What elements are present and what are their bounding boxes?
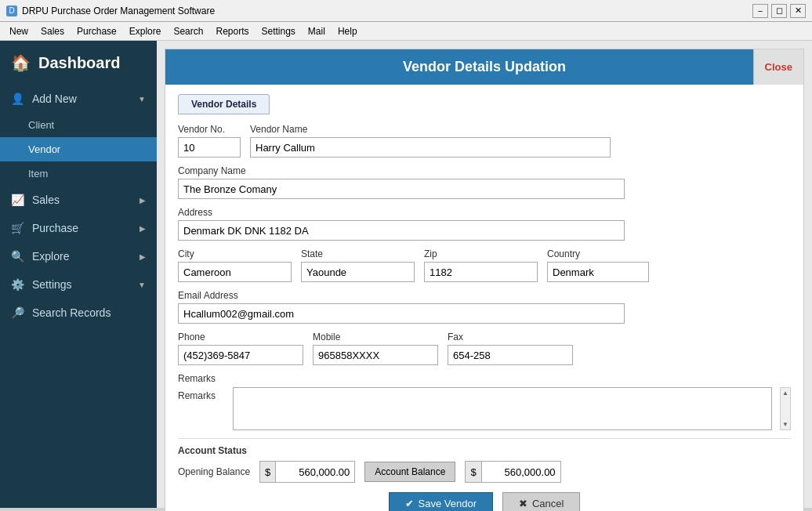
- city-label: City: [178, 248, 292, 259]
- state-group: State: [301, 248, 415, 282]
- city-input[interactable]: [178, 262, 292, 282]
- fax-input[interactable]: [448, 345, 573, 365]
- dashboard-label: Dashboard: [38, 54, 120, 72]
- company-name-group: Company Name: [178, 165, 625, 199]
- remarks-textarea[interactable]: [233, 387, 772, 430]
- vendor-details-tab[interactable]: Vendor Details: [178, 94, 270, 114]
- phone-input[interactable]: [178, 345, 303, 365]
- vendor-name-label: Vendor Name: [250, 124, 611, 135]
- maximize-button[interactable]: ◻: [771, 4, 787, 18]
- menu-explore[interactable]: Explore: [123, 24, 168, 38]
- save-vendor-button[interactable]: ✔ Save Vendor: [389, 492, 493, 511]
- zip-group: Zip: [424, 248, 538, 282]
- mobile-group: Mobile: [313, 332, 438, 365]
- add-new-icon: 👤: [11, 92, 24, 105]
- vendor-name-group: Vendor Name: [250, 124, 611, 158]
- save-icon: ✔: [405, 498, 414, 509]
- account-balance-value[interactable]: [482, 464, 560, 480]
- title-bar-controls: − ◻ ✕: [752, 4, 806, 18]
- sidebar-dashboard[interactable]: 🏠 Dashboard: [0, 41, 157, 85]
- email-label: Email Address: [178, 290, 625, 301]
- fax-label: Fax: [448, 332, 573, 342]
- close-window-button[interactable]: ✕: [790, 4, 806, 18]
- sidebar-item-vendor[interactable]: Vendor: [0, 137, 157, 161]
- remarks-scrollbar: ▲ ▼: [780, 387, 791, 430]
- settings-arrow: ▼: [138, 281, 146, 289]
- menu-search[interactable]: Search: [167, 24, 209, 38]
- app-body: 🏠 Dashboard 👤 Add New ▼ Client Vendor It…: [0, 41, 812, 508]
- menu-purchase[interactable]: Purchase: [71, 24, 123, 38]
- vendor-no-group: Vendor No.: [178, 124, 241, 158]
- vendor-panel: Vendor Details Updation Close Vendor Det…: [165, 49, 804, 511]
- sidebar-item-item[interactable]: Item: [0, 161, 157, 186]
- purchase-label: Purchase: [32, 222, 78, 234]
- phone-label: Phone: [178, 332, 303, 342]
- tab-bar: Vendor Details: [178, 94, 791, 114]
- opening-balance-currency-symbol: $: [260, 462, 276, 482]
- address-label: Address: [178, 207, 625, 218]
- remarks-field-label: Remarks: [178, 387, 225, 401]
- sidebar-sub-add-new: Client Vendor Item: [0, 113, 157, 186]
- sidebar-item-explore[interactable]: 🔍 Explore ▶: [0, 242, 157, 270]
- country-input[interactable]: [547, 262, 649, 282]
- minimize-button[interactable]: −: [752, 4, 768, 18]
- city-group: City: [178, 248, 292, 282]
- zip-input[interactable]: [424, 262, 538, 282]
- search-records-label: Search Records: [32, 306, 111, 319]
- remarks-section-label: Remarks: [178, 373, 791, 384]
- dashboard-icon: 🏠: [11, 53, 31, 72]
- country-group: Country: [547, 248, 649, 282]
- sidebar-item-search-records[interactable]: 🔎 Search Records: [0, 299, 157, 327]
- vendor-body: Vendor Details Vendor No. Vendor Name: [165, 85, 803, 511]
- menu-settings[interactable]: Settings: [256, 24, 302, 38]
- scroll-up-icon[interactable]: ▲: [782, 390, 788, 397]
- remarks-area: Remarks ▲ ▼: [178, 387, 791, 430]
- vendor-panel-header: Vendor Details Updation Close: [165, 49, 803, 85]
- state-input[interactable]: [301, 262, 415, 282]
- vendor-no-input[interactable]: [178, 137, 241, 158]
- mobile-input[interactable]: [313, 345, 438, 365]
- menu-help[interactable]: Help: [332, 24, 364, 38]
- sidebar-item-client[interactable]: Client: [0, 113, 157, 137]
- fax-group: Fax: [448, 332, 573, 365]
- account-status-label: Account Status: [178, 438, 791, 456]
- vendor-name-input[interactable]: [250, 137, 611, 158]
- close-panel-button[interactable]: Close: [753, 49, 803, 85]
- form-row-vendor-id: Vendor No. Vendor Name: [178, 124, 791, 158]
- sales-label: Sales: [32, 194, 60, 206]
- cancel-button[interactable]: ✖ Cancel: [502, 492, 580, 511]
- opening-balance-value[interactable]: [276, 464, 354, 480]
- state-label: State: [301, 248, 415, 259]
- vendor-panel-title: Vendor Details Updation: [403, 59, 566, 75]
- account-balance-button[interactable]: Account Balance: [364, 462, 455, 482]
- scroll-down-icon[interactable]: ▼: [782, 421, 788, 428]
- country-label: Country: [547, 248, 649, 259]
- sidebar-item-purchase[interactable]: 🛒 Purchase ▶: [0, 214, 157, 242]
- settings-icon: ⚙️: [11, 278, 24, 291]
- purchase-icon: 🛒: [11, 222, 24, 234]
- sidebar-item-add-new[interactable]: 👤 Add New ▼: [0, 85, 157, 113]
- form-row-city-state: City State Zip Country: [178, 248, 791, 282]
- app-icon: D: [6, 5, 17, 16]
- mobile-label: Mobile: [313, 332, 438, 342]
- address-input[interactable]: [178, 220, 625, 241]
- account-balance-currency-symbol: $: [466, 462, 481, 482]
- sidebar: 🏠 Dashboard 👤 Add New ▼ Client Vendor It…: [0, 41, 157, 508]
- account-balance-input: $: [465, 461, 560, 483]
- sidebar-item-sales[interactable]: 📈 Sales ▶: [0, 186, 157, 214]
- email-input[interactable]: [178, 303, 625, 324]
- menu-reports[interactable]: Reports: [209, 24, 255, 38]
- menu-mail[interactable]: Mail: [302, 24, 332, 38]
- vendor-no-label: Vendor No.: [178, 124, 241, 135]
- sidebar-item-settings[interactable]: ⚙️ Settings ▼: [0, 270, 157, 299]
- sales-icon: 📈: [11, 194, 24, 206]
- add-new-label: Add New: [32, 92, 77, 105]
- content-area: Vendor Details Updation Close Vendor Det…: [157, 41, 812, 508]
- menu-new[interactable]: New: [3, 24, 34, 38]
- menu-sales[interactable]: Sales: [34, 24, 71, 38]
- form-row-phone: Phone Mobile Fax: [178, 332, 791, 365]
- search-records-icon: 🔎: [11, 306, 24, 319]
- company-name-input[interactable]: [178, 179, 625, 199]
- menu-bar: New Sales Purchase Explore Search Report…: [0, 22, 812, 41]
- explore-arrow: ▶: [140, 252, 146, 261]
